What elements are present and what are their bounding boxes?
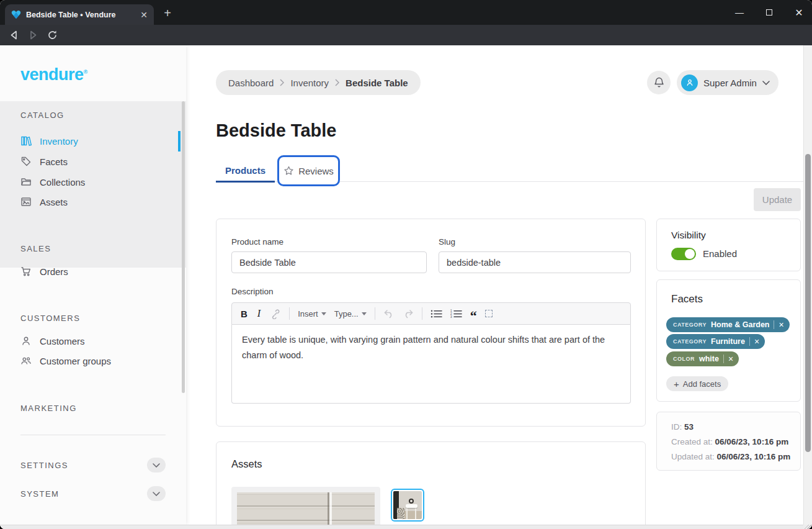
window-close-button[interactable]: ✕ [792, 7, 806, 19]
html-block-icon[interactable] [485, 310, 493, 317]
user-menu[interactable]: Super Admin [677, 70, 779, 95]
user-avatar [681, 75, 698, 91]
new-tab-button[interactable]: + [160, 6, 175, 21]
product-name-input[interactable] [231, 251, 427, 273]
remove-facet-icon[interactable]: × [779, 320, 783, 329]
breadcrumb: Dashboard Inventory Bedside Table [216, 70, 421, 95]
sidebar-item-label: Customer groups [40, 356, 111, 366]
visibility-status: Enabled [703, 248, 737, 259]
sidebar-item-customers[interactable]: Customers [20, 335, 85, 346]
sidebar-item-assets[interactable]: Assets [20, 196, 68, 207]
sidebar-item-collections[interactable]: Collections [20, 176, 85, 188]
breadcrumb-dashboard[interactable]: Dashboard [228, 78, 274, 88]
reload-button[interactable] [47, 30, 58, 40]
add-facets-button[interactable]: + Add facets [666, 376, 728, 391]
slug-label: Slug [439, 237, 455, 246]
active-tab-underline [216, 181, 275, 183]
sidebar-item-facets[interactable]: Facets [20, 156, 68, 167]
remove-facet-icon[interactable]: × [754, 337, 759, 346]
featured-asset-image [237, 492, 375, 529]
link-icon[interactable] [270, 309, 281, 319]
sidebar: vendure® CATALOG Inventory Facets Collec… [0, 45, 186, 525]
sidebar-scrollbar[interactable] [182, 101, 185, 393]
folder-icon [20, 176, 32, 188]
users-icon [20, 355, 32, 366]
sidebar-section-system[interactable]: SYSTEM [20, 486, 166, 501]
vendure-logo[interactable]: vendure® [20, 65, 87, 84]
sidebar-item-label: Collections [40, 177, 85, 188]
id-value: 53 [684, 422, 694, 432]
facet-chip: COLOR white × [666, 351, 739, 366]
featured-asset[interactable] [231, 487, 380, 529]
insert-dropdown[interactable]: Insert [298, 309, 326, 319]
enabled-toggle[interactable] [671, 248, 696, 260]
facet-chip: CATEGORY Home & Garden × [666, 317, 790, 332]
sidebar-item-inventory[interactable]: Inventory [20, 135, 78, 147]
bold-button[interactable]: B [241, 309, 248, 319]
assets-card: Assets [216, 441, 646, 529]
tab-reviews[interactable]: Reviews [277, 155, 340, 186]
chevron-right-icon [280, 79, 284, 86]
resize-grip [803, 525, 812, 529]
horizontal-scrollbar[interactable] [0, 525, 803, 529]
tab-title: Bedside Table • Vendure [26, 11, 135, 19]
forward-button[interactable] [28, 30, 38, 40]
chevron-down-icon [762, 81, 770, 85]
sidebar-item-label: Facets [40, 156, 68, 167]
italic-button[interactable]: I [256, 308, 262, 319]
plus-icon: + [674, 379, 679, 389]
sidebar-section-catalog: CATALOG [20, 111, 65, 120]
browser-navbar: ! localhost:3000/admin/catalog/inventory… [0, 25, 812, 45]
update-button[interactable]: Update [754, 188, 801, 211]
facet-chip: CATEGORY Furniture × [666, 334, 765, 349]
notifications-button[interactable] [647, 71, 671, 94]
chevron-down-icon[interactable] [147, 458, 166, 472]
created-at-value: 06/06/23, 10:16 pm [715, 437, 789, 446]
description-textarea[interactable]: Every table is unique, with varying grai… [231, 325, 631, 404]
bullet-list-icon[interactable] [431, 309, 442, 319]
browser-tab[interactable]: Bedside Table • Vendure ✕ [5, 4, 154, 25]
sidebar-item-customer-groups[interactable]: Customer groups [20, 355, 111, 366]
window-maximize-button[interactable] [762, 7, 776, 17]
window-minimize-button[interactable]: — [733, 7, 746, 17]
chevron-right-icon [335, 79, 339, 86]
sidebar-item-label: Assets [40, 197, 68, 207]
scrollbar-thumb[interactable] [805, 154, 811, 452]
ordered-list-icon[interactable]: 123 [450, 309, 462, 319]
cart-icon [20, 266, 32, 277]
asset-thumbnail-selected[interactable] [391, 489, 424, 522]
slug-input[interactable] [439, 251, 631, 273]
sidebar-item-label: Inventory [40, 136, 78, 147]
visibility-card: Visibility Enabled [656, 219, 801, 271]
updated-at-label: Updated at: [671, 452, 715, 461]
user-icon [20, 335, 32, 346]
sidebar-item-label: Customers [40, 336, 85, 346]
tab-close-icon[interactable]: ✕ [140, 11, 148, 19]
vertical-scrollbar[interactable] [803, 45, 812, 525]
rich-text-editor: B I Insert Type... [231, 302, 631, 404]
type-dropdown[interactable]: Type... [334, 309, 367, 319]
tab-products[interactable]: Products [216, 158, 275, 182]
chevron-down-icon[interactable] [147, 486, 166, 501]
back-button[interactable] [9, 30, 19, 40]
page-title: Bedside Table [216, 120, 336, 141]
undo-icon[interactable] [383, 309, 395, 319]
vendure-favicon-icon [11, 10, 21, 19]
sidebar-item-label: Orders [40, 266, 68, 277]
sidebar-item-orders[interactable]: Orders [20, 266, 68, 277]
id-label: ID: [671, 422, 682, 432]
remove-facet-icon[interactable]: × [728, 355, 733, 363]
entity-info-card: ID: 53 Created at: 06/06/23, 10:16 pm Up… [656, 412, 801, 471]
visibility-title: Visibility [671, 230, 706, 241]
browser-tab-strip: Bedside Table • Vendure ✕ + — ✕ [0, 0, 812, 25]
bell-icon [653, 76, 665, 89]
redo-icon[interactable] [403, 309, 414, 319]
editor-toolbar: B I Insert Type... [231, 302, 631, 325]
created-at-label: Created at: [671, 437, 713, 446]
breadcrumb-inventory[interactable]: Inventory [290, 78, 329, 88]
sidebar-divider [20, 435, 166, 435]
blockquote-icon[interactable]: “ [470, 314, 477, 319]
sidebar-section-customers: CUSTOMERS [20, 314, 80, 323]
sidebar-section-settings[interactable]: SETTINGS [20, 458, 166, 472]
star-icon [283, 166, 294, 176]
